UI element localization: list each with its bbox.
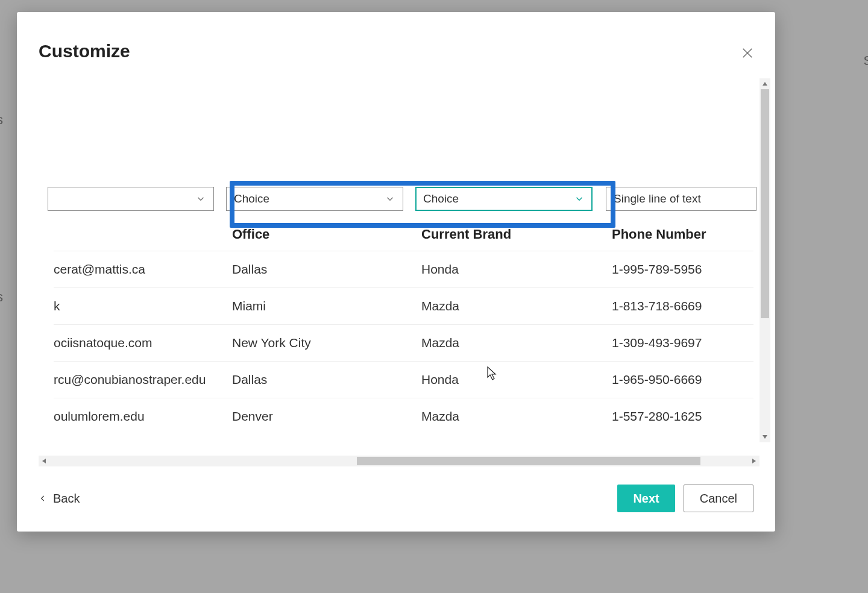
cell: Honda	[415, 262, 606, 277]
column-header-phone: Phone Number	[606, 227, 763, 242]
cancel-button[interactable]: Cancel	[684, 485, 753, 512]
cell: Dallas	[226, 262, 415, 277]
cell: New York City	[226, 336, 415, 350]
table-row: cerat@mattis.ca Dallas Honda 1-995-789-5…	[54, 251, 753, 288]
svg-marker-4	[42, 459, 46, 463]
cell: 1-309-493-9697	[606, 336, 763, 350]
content-area: Choice Choice	[39, 78, 770, 457]
table-header-row: Office Current Brand Phone Number	[54, 219, 753, 251]
modal-footer: Back Next Cancel	[39, 485, 753, 512]
cell: cerat@mattis.ca	[54, 262, 226, 277]
chevron-down-icon	[195, 193, 206, 204]
table-row: ociisnatoque.com New York City Mazda 1-3…	[54, 325, 753, 362]
table-row: k Miami Mazda 1-813-718-6669	[54, 288, 753, 325]
chevron-left-icon	[39, 492, 47, 505]
cell: 1-557-280-1625	[606, 409, 763, 424]
column-type-select-phone[interactable]: Single line of text	[606, 187, 756, 211]
scroll-down-arrow-icon[interactable]	[760, 431, 770, 442]
svg-marker-5	[752, 459, 756, 463]
next-button[interactable]: Next	[617, 485, 675, 512]
bg-fragment: Si	[863, 53, 868, 69]
horizontal-scroll-thumb[interactable]	[357, 457, 700, 465]
column-type-select-office[interactable]: Choice	[226, 187, 403, 211]
cell: Honda	[415, 372, 606, 387]
scroll-right-arrow-icon[interactable]	[749, 456, 760, 466]
select-label: Choice	[423, 192, 459, 206]
cell: Denver	[226, 409, 415, 424]
cell: 1-965-950-6669	[606, 372, 763, 387]
customize-modal: Customize	[17, 12, 775, 532]
svg-marker-3	[763, 435, 767, 439]
cell: k	[54, 299, 226, 313]
cell: Mazda	[415, 336, 606, 350]
table-row: rcu@conubianostraper.edu Dallas Honda 1-…	[54, 362, 753, 398]
cell: rcu@conubianostraper.edu	[54, 372, 226, 387]
cell: Mazda	[415, 409, 606, 424]
cell: 1-813-718-6669	[606, 299, 763, 313]
table-row: oulumlorem.edu Denver Mazda 1-557-280-16…	[54, 398, 753, 435]
cell: ociisnatoque.com	[54, 336, 226, 350]
close-button[interactable]	[738, 43, 757, 63]
horizontal-scrollbar[interactable]	[39, 456, 760, 466]
column-header-brand: Current Brand	[415, 227, 606, 242]
svg-marker-2	[763, 82, 767, 86]
cell: 1-995-789-5956	[606, 262, 763, 277]
modal-title: Customize	[39, 41, 130, 61]
column-header-office: Office	[226, 227, 415, 242]
cell: oulumlorem.edu	[54, 409, 226, 424]
scroll-left-arrow-icon[interactable]	[39, 456, 49, 466]
back-label: Back	[53, 492, 80, 506]
column-type-select-brand[interactable]: Choice	[415, 187, 593, 211]
column-type-row: Choice Choice	[54, 187, 753, 211]
cell: Dallas	[226, 372, 415, 387]
chevron-down-icon	[385, 193, 395, 204]
column-type-select[interactable]	[48, 187, 214, 211]
bg-fragment: s	[0, 112, 3, 128]
select-label: Choice	[234, 192, 269, 206]
back-button[interactable]: Back	[39, 492, 80, 506]
cell: Mazda	[415, 299, 606, 313]
cell: Miami	[226, 299, 415, 313]
vertical-scrollbar[interactable]	[760, 78, 770, 442]
chevron-down-icon	[574, 193, 585, 204]
bg-fragment: s	[0, 289, 3, 305]
scroll-up-arrow-icon[interactable]	[760, 78, 770, 89]
select-label: Single line of text	[614, 192, 701, 206]
columns-area: Choice Choice	[54, 187, 753, 435]
close-icon	[741, 46, 754, 60]
